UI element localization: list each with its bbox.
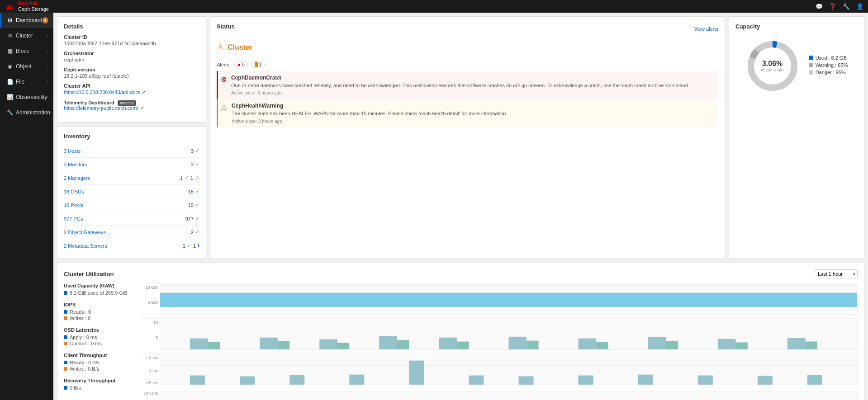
inventory-object-gateways: 2 Object Gateways 2 ✓ [64, 226, 199, 239]
sidebar-item-cluster[interactable]: ⚙ Cluster › [0, 28, 53, 43]
y-max-iops: 10 [142, 320, 158, 325]
capacity-metric-1: 8.2 GiB used of 269.9 GiB [64, 290, 136, 296]
administration-icon: 🔧 [7, 109, 13, 116]
svg-rect-40 [758, 376, 773, 385]
time-select[interactable]: Last 1 hour Last 6 hours Last 12 hours L… [814, 269, 858, 278]
redhat-logo [5, 1, 14, 11]
orchestrator-value: cephadm [64, 57, 199, 62]
donut-chart: 3.06% of 269.9 GiB [745, 39, 800, 93]
svg-rect-12 [319, 339, 337, 349]
y-axis-iops: 10 5 [142, 320, 160, 350]
alert-danger-icon: ⊗ [221, 75, 227, 95]
object-icon: ◉ [7, 63, 13, 70]
block-chevron: › [47, 49, 48, 53]
status-header: Status View alerts [217, 23, 718, 34]
ceph-version-value: 18.2.1-105.el9cp reef (stable) [64, 73, 199, 79]
sidebar-item-observability[interactable]: 📊 Observability › [0, 89, 53, 105]
alert-warning-icon: ⚠ [221, 103, 227, 123]
svg-rect-23 [666, 341, 678, 349]
chart-throughput-row: 10 KB/s 5 KB/s [142, 391, 858, 400]
throughput-writes-label: Writes : 0 B/s [70, 366, 99, 372]
sidebar-item-administration[interactable]: 🔧 Administration › [0, 105, 53, 120]
monitors-count: 3 ✓ [191, 161, 199, 167]
view-alerts-link[interactable]: View alerts [694, 26, 718, 32]
utilization-panel: Cluster Utilization Last 1 hour Last 6 h… [57, 263, 864, 400]
capacity-heading: Capacity [735, 23, 858, 30]
page-content: Details Cluster ID 15027d0a-f0b7-11ee-97… [53, 13, 868, 400]
capacity-chart-svg [160, 286, 857, 314]
pgs-count: 977 ✓ [185, 216, 199, 221]
danger-color-swatch [809, 70, 813, 75]
cluster-id-label: Cluster ID [64, 34, 199, 40]
donut-center: 3.06% of 269.9 GiB [761, 60, 784, 72]
brand-text: Red Hat Ceph Storage [18, 0, 49, 12]
capacity-raw-title: Used Capacity (RAW) [64, 283, 136, 288]
svg-rect-9 [208, 342, 220, 349]
svg-rect-22 [648, 337, 666, 349]
iops-title: IOPS [64, 302, 136, 307]
iops-chart-svg [160, 321, 857, 349]
sidebar-label-file: File [16, 79, 24, 85]
pgs-link[interactable]: 977 PGs [64, 216, 83, 221]
legend-danger: Danger : 95% [809, 70, 848, 75]
help-icon[interactable]: ❓ [829, 3, 836, 10]
telemetry-link[interactable]: https://telemetry-public.ceph.com/ ↗ [64, 105, 144, 111]
chat-icon[interactable]: 💬 [816, 3, 823, 10]
svg-rect-27 [806, 342, 817, 349]
alert-daemon-content: CephDaemonCrash One or more daemons have… [231, 75, 689, 95]
alert-daemon-time: Active since: 3 hours ago [231, 90, 689, 95]
svg-rect-32 [289, 375, 304, 385]
svg-rect-24 [718, 339, 736, 349]
sidebar-item-block[interactable]: ▦ Block › [0, 43, 53, 59]
monitors-link[interactable]: 3 Monitors [64, 162, 87, 167]
legend-used-label: Used : 8.2 GB [816, 55, 847, 61]
sidebar-item-file[interactable]: 📄 File › [0, 74, 53, 89]
user-icon[interactable]: 👤 [856, 3, 863, 10]
sidebar-item-object[interactable]: ◉ Object › [0, 59, 53, 74]
svg-rect-30 [190, 376, 205, 385]
hosts-link[interactable]: 3 Hosts [64, 148, 81, 154]
alerts-row: Alerts: ● 0 ● 1 [217, 58, 718, 71]
metadata-servers-link[interactable]: 2 Metadata Servers [64, 243, 107, 249]
inventory-managers: 2 Managers 1 ✓ 1 ⚠ [64, 171, 199, 185]
tools-icon[interactable]: 🔧 [843, 3, 850, 10]
svg-point-0 [6, 7, 13, 10]
chart-throughput: 10 KB/s 5 KB/s [142, 389, 858, 400]
recovery-title: Recovery Throughput [64, 378, 136, 383]
details-heading: Details [64, 23, 199, 30]
object-gateways-status-icon: ✓ [195, 229, 199, 235]
svg-rect-33 [349, 375, 364, 385]
alert-daemon-title: CephDaemonCrash [231, 75, 689, 81]
orchestrator-row: Orchestrator cephadm [64, 51, 199, 62]
y-max-latency: 1.5 ms [142, 356, 158, 360]
osds-count: 18 ✓ [188, 188, 199, 194]
latency-chart-svg [160, 356, 857, 385]
time-select-wrapper[interactable]: Last 1 hour Last 6 hours Last 12 hours L… [814, 269, 858, 278]
alert-health-title: CephHealthWarning [232, 103, 508, 109]
cluster-api-link[interactable]: https://10.0.208.236:8443/api-docs ↗ [64, 89, 146, 95]
managers-status-orange: ⚠ [195, 175, 199, 181]
sidebar-label-dashboard: Dashboard [16, 17, 43, 24]
utilization-charts: 10 GiB 5 GiB [142, 283, 858, 400]
cluster-icon: ⚙ [7, 33, 13, 39]
cluster-api-label: Cluster API [64, 83, 199, 89]
top-icons: 💬 ❓ 🔧 👤 [816, 3, 863, 10]
y-axis-latency: 1.5 ms 1 ms 0.5 ms [142, 356, 160, 385]
y-mid-latency: 1 ms [142, 368, 158, 373]
status-heading: Status [217, 23, 235, 30]
throughput-reads-metric: Reads : 0 B/s [64, 360, 136, 365]
object-gateways-link[interactable]: 2 Object Gateways [64, 230, 106, 235]
throughput-writes-metric: Writes : 0 B/s [64, 366, 136, 372]
bottom-row: Cluster Utilization Last 1 hour Last 6 h… [57, 263, 864, 400]
pools-link[interactable]: 10 Pools [64, 202, 83, 208]
managers-link[interactable]: 2 Managers [64, 175, 90, 181]
commit-label: Commit : 0 ms [70, 341, 102, 346]
orchestrator-label: Orchestrator [64, 51, 199, 56]
warning-color-swatch [809, 63, 813, 67]
osds-link[interactable]: 18 OSDs [64, 189, 84, 194]
chart-throughput-area [160, 391, 858, 400]
apply-metric: Apply : 0 ms [64, 334, 136, 340]
svg-rect-25 [735, 342, 747, 349]
alert-health-time: Active since: 3 hours ago [232, 119, 508, 124]
sidebar-item-dashboard[interactable]: ⊞ Dashboard ● [0, 13, 53, 28]
